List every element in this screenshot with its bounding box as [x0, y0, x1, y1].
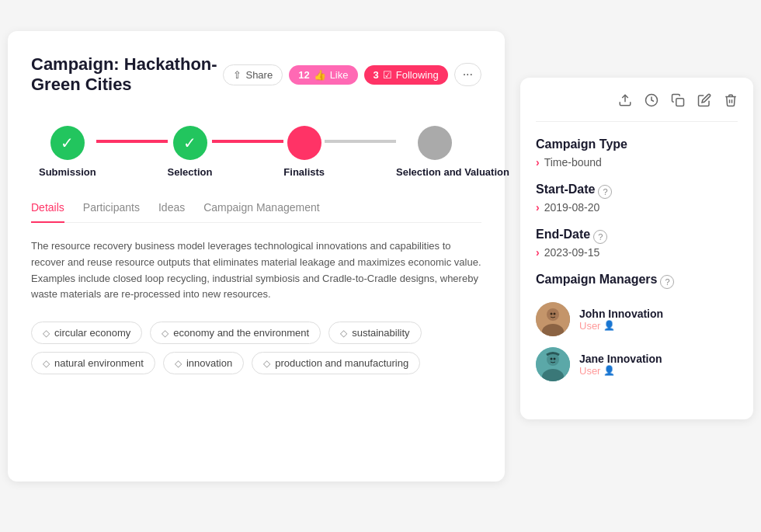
chevron-icon-start: › [536, 201, 540, 214]
like-icon: 👍 [314, 69, 326, 81]
tag-icon-3: ◇ [340, 328, 347, 339]
manager-john-info: John Innovation User 👤 [579, 308, 663, 332]
step-circle-selection: ✓ [173, 126, 207, 160]
tags-section: ◇ circular economy ◇ economy and the env… [31, 322, 481, 374]
step-circle-finalists [287, 126, 321, 160]
step-finalists: Finalists [283, 126, 325, 178]
share-icon: ⇧ [233, 69, 242, 81]
step-label-valuation: Selection and Valuation [396, 166, 474, 178]
start-date-value: › 2019-08-20 [536, 201, 738, 214]
manager-john-role-text: User [579, 320, 600, 332]
svg-point-6 [551, 313, 553, 315]
step-submission: ✓ Submission [39, 126, 96, 178]
end-date-section: End-Date ? › 2023-09-15 [536, 228, 738, 259]
tag-icon-1: ◇ [43, 328, 50, 339]
following-icon: ☑ [383, 69, 392, 81]
following-count: 3 [374, 69, 379, 81]
tag-sustainability[interactable]: ◇ sustainability [328, 322, 421, 344]
chevron-icon-end: › [536, 246, 540, 259]
following-label: Following [396, 69, 439, 81]
svg-point-4 [547, 308, 559, 321]
share-button[interactable]: ⇧ Share [223, 64, 283, 85]
tag-production-manufacturing[interactable]: ◇ production and manufacturing [252, 352, 420, 374]
step-circle-submission: ✓ [50, 126, 85, 160]
manager-john-role: User 👤 [579, 320, 663, 332]
side-panel-actions [536, 93, 738, 122]
step-label-finalists: Finalists [283, 166, 325, 178]
campaign-description: The resource recovery business model lev… [31, 238, 481, 303]
share-label: Share [245, 69, 273, 81]
campaign-type-value: › Time-bound [536, 156, 738, 169]
tab-campaign-management[interactable]: Campaign Management [203, 201, 319, 223]
tag-icon-4: ◇ [43, 358, 50, 369]
tag-natural-environment[interactable]: ◇ natural environment [31, 352, 155, 374]
tag-label-6: production and manufacturing [275, 357, 408, 369]
start-date-section: Start-Date ? › 2019-08-20 [536, 183, 738, 214]
managers-section: Campaign Managers ? [536, 273, 738, 381]
tab-participants[interactable]: Participants [83, 201, 140, 223]
step-selection: ✓ Selection [168, 126, 213, 178]
line-2 [212, 140, 283, 143]
campaign-type-text: Time-bound [544, 156, 602, 169]
campaign-title: Campaign: Hackathon-Green Cities [31, 54, 223, 95]
following-button[interactable]: 3 ☑ Following [364, 65, 448, 85]
side-panel: Campaign Type › Time-bound Start-Date ? … [520, 78, 753, 419]
manager-john-name: John Innovation [579, 308, 663, 320]
tab-ideas[interactable]: Ideas [158, 201, 185, 223]
more-button[interactable]: ··· [454, 63, 481, 86]
tag-innovation[interactable]: ◇ innovation [163, 352, 244, 374]
manager-jane-role-text: User [579, 365, 600, 377]
step-label-submission: Submission [39, 166, 96, 178]
end-date-text: 2023-09-15 [544, 246, 600, 259]
upload-button[interactable] [618, 93, 632, 110]
tag-economy-environment[interactable]: ◇ economy and the environment [150, 322, 321, 344]
copy-button[interactable] [671, 93, 685, 110]
managers-title: Campaign Managers [536, 273, 657, 287]
end-date-help-icon[interactable]: ? [593, 230, 607, 244]
end-date-title: End-Date [536, 228, 590, 242]
manager-john: John Innovation User 👤 [536, 302, 738, 336]
tag-label-3: sustainability [352, 327, 409, 339]
like-button[interactable]: 12 👍 Like [289, 65, 357, 85]
tag-circular-economy[interactable]: ◇ circular economy [31, 322, 142, 344]
main-card: Campaign: Hackathon-Green Cities ⇧ Share… [8, 31, 505, 482]
step-valuation: Selection and Valuation [396, 126, 474, 178]
line-1 [96, 140, 168, 143]
tab-details[interactable]: Details [31, 201, 64, 223]
user-icon-jane: 👤 [603, 365, 615, 376]
start-date-title: Start-Date [536, 183, 595, 196]
tag-label-2: economy and the environment [173, 327, 309, 339]
manager-jane: Jane Innovation User 👤 [536, 347, 738, 381]
svg-rect-2 [676, 99, 684, 106]
step-circle-valuation [418, 126, 452, 160]
svg-point-9 [547, 353, 559, 366]
start-date-help-icon[interactable]: ? [598, 185, 612, 199]
user-icon-john: 👤 [603, 320, 615, 331]
tag-label-5: innovation [186, 357, 232, 369]
history-button[interactable] [645, 93, 658, 110]
tag-label-1: circular economy [54, 327, 130, 339]
delete-button[interactable] [724, 93, 738, 110]
manager-jane-role: User 👤 [579, 365, 662, 377]
campaign-header: Campaign: Hackathon-Green Cities ⇧ Share… [31, 54, 481, 95]
tag-icon-6: ◇ [263, 358, 270, 369]
end-date-value: › 2023-09-15 [536, 246, 738, 259]
tag-label-4: natural environment [54, 357, 144, 369]
svg-point-7 [554, 313, 556, 315]
managers-help-icon[interactable]: ? [660, 275, 674, 289]
line-3 [325, 140, 396, 143]
more-icon: ··· [463, 68, 473, 81]
svg-point-11 [551, 358, 553, 360]
start-date-text: 2019-08-20 [544, 201, 600, 214]
chevron-icon-type: › [536, 156, 540, 169]
header-actions: ⇧ Share 12 👍 Like 3 ☑ Following ··· [223, 63, 481, 86]
manager-jane-info: Jane Innovation User 👤 [579, 353, 662, 377]
avatar-john [536, 302, 570, 336]
edit-button[interactable] [697, 93, 711, 110]
svg-point-12 [554, 358, 556, 360]
like-count: 12 [298, 69, 309, 81]
manager-jane-name: Jane Innovation [579, 353, 662, 365]
tabs-nav: Details Participants Ideas Campaign Mana… [31, 201, 481, 223]
progress-section: ✓ Submission ✓ Selection Fina [31, 118, 481, 178]
step-label-selection: Selection [168, 166, 213, 178]
